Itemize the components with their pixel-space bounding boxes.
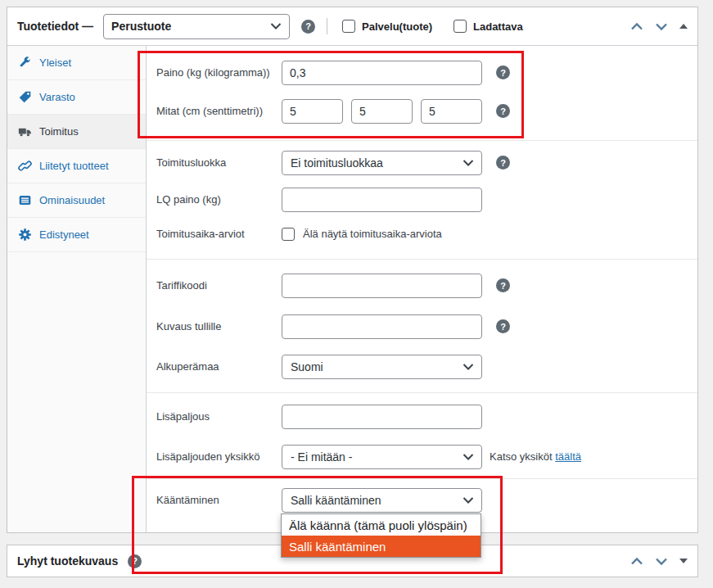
collapse-toggle-icon[interactable] — [679, 559, 688, 563]
weight-label: Paino (kg (kilogramma)) — [156, 66, 283, 79]
help-icon[interactable]: ? — [128, 554, 142, 568]
additional-quantity-unit-select[interactable]: - Ei mitään - — [282, 445, 482, 469]
divider — [327, 18, 327, 34]
additional-quantity-label: Lisäpaljous — [156, 410, 283, 423]
tab-varasto[interactable]: Varasto — [7, 80, 146, 115]
tab-label: Liitetyt tuotteet — [39, 160, 109, 172]
flipping-select-dropdown: Älä käännä (tämä puoli ylöspäin) Salli k… — [281, 513, 481, 558]
tab-label: Toimitus — [39, 125, 79, 138]
lq-weight-input[interactable] — [282, 188, 482, 212]
move-down-icon[interactable] — [655, 22, 668, 31]
link-icon — [18, 159, 32, 173]
dropdown-option[interactable]: Salli kääntäminen — [282, 536, 481, 557]
panel-order-controls — [630, 557, 688, 566]
short-description-title: Lyhyt tuotekuvaus — [17, 554, 118, 568]
weight-input[interactable] — [282, 61, 482, 85]
page: Tuotetiedot — Perustuote ? Palvelu(tuote… — [0, 0, 713, 588]
help-icon[interactable]: ? — [496, 104, 510, 118]
help-icon[interactable]: ? — [496, 278, 510, 292]
tab-label: Yleiset — [39, 57, 71, 69]
tag-icon — [18, 90, 32, 104]
hide-delivery-estimate-label: Älä näytä toimitusaika-arviota — [303, 228, 442, 241]
additional-quantity-unit-label: Lisäpaljouden yksikkö — [156, 450, 283, 464]
customs-description-label: Kuvaus tullille — [156, 320, 283, 333]
tab-edistyneet[interactable]: Edistyneet — [7, 218, 146, 252]
panel-title: Tuotetiedot — — [17, 20, 93, 33]
tab-label: Varasto — [39, 91, 75, 103]
panel-order-controls — [630, 22, 688, 31]
service-checkbox-label: Palvelu(tuote) — [362, 20, 432, 33]
additional-quantity-input[interactable] — [282, 405, 482, 429]
move-down-icon[interactable] — [655, 557, 668, 566]
row-divider — [147, 140, 697, 141]
help-icon[interactable]: ? — [496, 66, 510, 79]
chevron-down-icon — [463, 364, 474, 371]
product-data-tabs: Yleiset Varasto Toimitus Liitetyt tuotte… — [7, 46, 147, 532]
service-checkbox-group: Palvelu(tuote) — [342, 20, 432, 33]
product-data-panel: Tuotetiedot — Perustuote ? Palvelu(tuote… — [7, 7, 698, 533]
see-units-note: Katso yksiköt täältä — [490, 450, 581, 463]
chevron-down-icon — [463, 497, 474, 504]
gear-icon — [18, 228, 32, 242]
country-of-origin-select[interactable]: Suomi — [282, 355, 482, 379]
move-up-icon[interactable] — [630, 557, 643, 566]
dropdown-option[interactable]: Älä käännä (tämä puoli ylöspäin) — [282, 514, 481, 536]
hide-delivery-estimate-checkbox[interactable] — [282, 228, 295, 241]
delivery-estimate-label: Toimitusaika-arviot — [156, 228, 283, 241]
downloadable-checkbox-label: Ladattava — [473, 20, 523, 33]
lq-weight-label: LQ paino (kg) — [156, 193, 283, 206]
chevron-down-icon — [463, 454, 474, 461]
flipping-select[interactable]: Salli kääntäminen — [282, 488, 482, 513]
row-divider — [147, 392, 697, 393]
help-icon[interactable]: ? — [496, 156, 510, 170]
list-icon — [18, 193, 32, 207]
country-of-origin-label: Alkuperämaa — [156, 360, 283, 373]
tab-yleiset[interactable]: Yleiset — [7, 46, 146, 80]
service-checkbox[interactable] — [342, 20, 355, 33]
row-divider — [147, 478, 697, 479]
tab-liitetyt-tuotteet[interactable]: Liitetyt tuotteet — [7, 149, 146, 183]
customs-description-input[interactable] — [282, 314, 482, 339]
help-icon[interactable]: ? — [496, 319, 510, 333]
tab-label: Edistyneet — [39, 228, 89, 241]
wrench-icon — [18, 56, 32, 70]
move-up-icon[interactable] — [630, 22, 643, 31]
product-type-value: Perustuote — [111, 20, 171, 33]
dimension-width-input[interactable] — [351, 99, 413, 124]
see-units-link[interactable]: täältä — [555, 450, 581, 463]
tariff-code-input[interactable] — [282, 274, 482, 298]
collapse-toggle-icon[interactable] — [679, 24, 688, 29]
shipping-class-select[interactable]: Ei toimitusluokkaa — [282, 151, 482, 175]
dimension-length-input[interactable] — [282, 99, 343, 124]
downloadable-checkbox[interactable] — [454, 20, 467, 33]
row-divider — [147, 259, 697, 260]
chevron-down-icon — [270, 23, 282, 30]
tariff-code-label: Tariffikoodi — [156, 279, 283, 292]
tab-ominaisuudet[interactable]: Ominaisuudet — [7, 183, 146, 218]
shipping-class-label: Toimitusluokka — [156, 156, 283, 170]
downloadable-checkbox-group: Ladattava — [454, 20, 523, 33]
chevron-down-icon — [463, 160, 474, 167]
dimension-height-input[interactable] — [421, 99, 482, 124]
product-type-select[interactable]: Perustuote — [103, 14, 290, 39]
tab-toimitus[interactable]: Toimitus — [7, 115, 146, 149]
tab-label: Ominaisuudet — [39, 194, 105, 206]
flipping-label: Kääntäminen — [156, 494, 283, 507]
dimensions-label: Mitat (cm (senttimetri)) — [156, 105, 283, 118]
product-data-header: Tuotetiedot — Perustuote ? Palvelu(tuote… — [7, 7, 697, 46]
help-icon[interactable]: ? — [301, 20, 315, 34]
truck-icon — [18, 124, 32, 138]
